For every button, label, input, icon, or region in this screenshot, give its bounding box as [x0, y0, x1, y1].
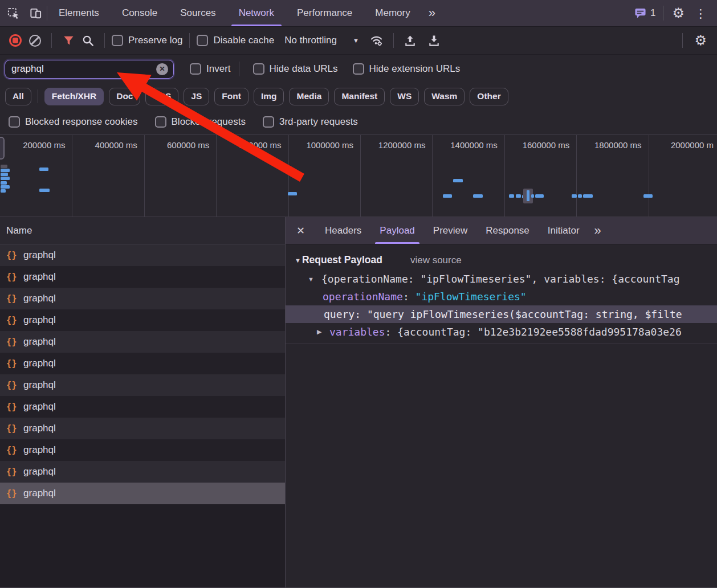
timeline-request-mark[interactable] [288, 192, 297, 195]
request-row[interactable]: {}graphql [0, 353, 285, 374]
hide-extension-urls-toggle[interactable]: Hide extension URLs [353, 63, 461, 75]
clear-filter-icon[interactable]: ✕ [156, 63, 168, 75]
record-network-log-button[interactable] [6, 31, 25, 50]
timeline-request-mark[interactable] [509, 194, 514, 198]
filter-chip-img[interactable]: Img [254, 88, 284, 105]
detail-tab-preview[interactable]: Preview [424, 217, 476, 244]
filter-chip-doc[interactable]: Doc [109, 88, 140, 105]
timeline-request-mark[interactable] [578, 194, 582, 198]
request-row[interactable]: {}graphql [0, 288, 285, 309]
network-settings-gear-icon[interactable]: ⚙ [690, 34, 711, 47]
timeline-selected-request-mark[interactable] [527, 190, 529, 201]
preserve-log-toggle[interactable]: Preserve log [112, 35, 182, 46]
hide-data-urls-checkbox[interactable] [253, 63, 264, 75]
timeline-request-mark[interactable] [1, 169, 10, 172]
name-column-header[interactable]: Name [0, 217, 285, 244]
filter-chip-fetch-xhr[interactable]: Fetch/XHR [44, 88, 104, 105]
request-row[interactable]: {}graphql [0, 266, 285, 288]
blocked-requests-toggle[interactable]: Blocked requests [155, 116, 246, 128]
tab-elements[interactable]: Elements [47, 0, 111, 26]
filter-chip-other[interactable]: Other [470, 88, 508, 105]
request-row-selected[interactable]: {}graphql [0, 483, 285, 504]
disable-cache-checkbox[interactable] [197, 35, 208, 46]
view-source-link[interactable]: view source [410, 255, 462, 266]
timeline-request-mark[interactable] [1, 189, 6, 193]
export-har-button[interactable] [425, 31, 444, 50]
hide-extension-urls-checkbox[interactable] [353, 63, 364, 75]
timeline-request-mark[interactable] [1, 173, 8, 176]
payload-query-line-selected[interactable]: query: "query ipFlowTimeseries($accountT… [286, 305, 717, 323]
request-row[interactable]: {}graphql [0, 461, 285, 483]
request-payload-section-header[interactable]: ▼ Request Payload view source [286, 244, 717, 270]
disable-cache-toggle[interactable]: Disable cache [197, 35, 274, 46]
preserve-log-checkbox[interactable] [112, 35, 123, 46]
filter-input[interactable]: graphql ✕ [5, 60, 174, 79]
timeline-request-mark[interactable] [453, 179, 463, 182]
blocked-response-cookies-checkbox[interactable] [9, 116, 20, 128]
filter-button-active[interactable] [59, 31, 78, 50]
timeline-request-mark[interactable] [531, 194, 534, 198]
timeline-request-mark[interactable] [535, 194, 544, 198]
payload-summary-line[interactable]: ▼{operationName: "ipFlowTimeseries", var… [286, 270, 717, 288]
request-row[interactable]: {}graphql [0, 244, 285, 266]
tab-memory[interactable]: Memory [364, 0, 421, 26]
filter-chip-all[interactable]: All [5, 88, 31, 105]
timeline-request-mark[interactable] [1, 177, 10, 180]
search-button[interactable] [78, 31, 97, 50]
settings-gear-icon[interactable]: ⚙ [672, 6, 685, 20]
network-conditions-button[interactable] [367, 31, 386, 50]
request-row[interactable]: {}graphql [0, 309, 285, 331]
detail-tab-response[interactable]: Response [476, 217, 539, 244]
request-row[interactable]: {}graphql [0, 331, 285, 353]
timeline-request-mark[interactable] [39, 189, 50, 192]
more-tabs-icon[interactable]: » [422, 0, 441, 26]
filter-chip-css[interactable]: CSS [145, 88, 178, 105]
hide-data-urls-toggle[interactable]: Hide data URLs [253, 63, 338, 75]
filter-chip-media[interactable]: Media [289, 88, 329, 105]
timeline-request-mark[interactable] [1, 185, 10, 189]
device-toolbar-icon[interactable] [29, 7, 42, 20]
more-detail-tabs-icon[interactable]: » [589, 217, 606, 244]
filter-chip-wasm[interactable]: Wasm [424, 88, 465, 105]
third-party-requests-checkbox[interactable] [263, 116, 274, 128]
timeline-request-mark[interactable] [39, 168, 48, 171]
timeline-request-mark[interactable] [443, 194, 452, 198]
clear-network-log-button[interactable] [25, 31, 44, 50]
issues-counter[interactable]: 1 [634, 7, 655, 19]
filter-chip-ws[interactable]: WS [390, 88, 419, 105]
detail-tab-initiator[interactable]: Initiator [539, 217, 589, 244]
timeline-request-mark[interactable] [572, 194, 577, 198]
timeline-request-mark[interactable] [473, 194, 483, 198]
detail-tab-headers[interactable]: Headers [316, 217, 370, 244]
invert-checkbox[interactable] [190, 63, 201, 75]
inspect-element-icon[interactable] [7, 7, 20, 20]
network-overview-timeline[interactable]: 200000 ms400000 ms600000 ms800000 ms1000… [0, 134, 717, 217]
tab-network[interactable]: Network [227, 0, 286, 26]
timeline-request-mark[interactable] [1, 165, 7, 168]
import-har-button[interactable] [401, 31, 420, 50]
filter-chip-font[interactable]: Font [214, 88, 248, 105]
kebab-menu-icon[interactable]: ⋮ [692, 7, 709, 19]
request-row[interactable]: {}graphql [0, 374, 285, 396]
payload-variables-line[interactable]: ▶variables: {accountTag: "b12e3b2192ee55… [286, 323, 717, 341]
blocked-response-cookies-toggle[interactable]: Blocked response cookies [9, 116, 138, 128]
payload-operation-name-line[interactable]: operationName: "ipFlowTimeseries" [286, 288, 717, 305]
detail-tab-payload[interactable]: Payload [370, 217, 423, 244]
close-detail-icon[interactable]: ✕ [286, 217, 316, 244]
throttling-dropdown[interactable]: No throttling ▼ [284, 35, 359, 46]
tab-console[interactable]: Console [111, 0, 169, 26]
timeline-request-mark[interactable] [643, 194, 653, 198]
tab-performance[interactable]: Performance [286, 0, 364, 26]
timeline-request-mark[interactable] [516, 194, 521, 198]
invert-filter-toggle[interactable]: Invert [190, 63, 231, 75]
request-row[interactable]: {}graphql [0, 439, 285, 461]
tab-sources[interactable]: Sources [169, 0, 227, 26]
filter-chip-manifest[interactable]: Manifest [334, 88, 385, 105]
request-row[interactable]: {}graphql [0, 418, 285, 439]
timeline-request-mark[interactable] [583, 194, 593, 198]
request-row[interactable]: {}graphql [0, 396, 285, 418]
third-party-requests-toggle[interactable]: 3rd-party requests [263, 116, 358, 128]
timeline-request-mark[interactable] [1, 181, 7, 185]
filter-chip-js[interactable]: JS [184, 88, 209, 105]
blocked-requests-checkbox[interactable] [155, 116, 166, 128]
